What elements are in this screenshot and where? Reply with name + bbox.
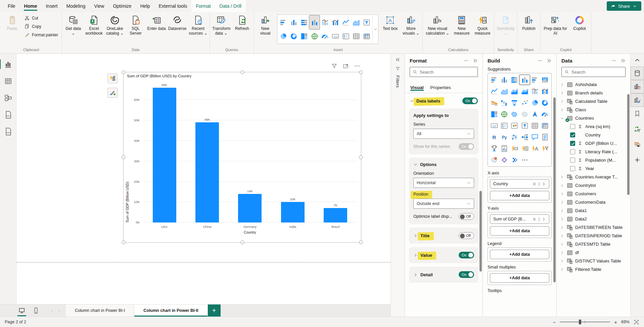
table-item-class[interactable]: Class	[557, 106, 630, 114]
gallery-table-icon[interactable]	[351, 29, 361, 43]
visual-type-treemap[interactable]	[489, 109, 499, 119]
bar-usa[interactable]: 66KUSA	[153, 88, 176, 222]
field-checkbox[interactable]	[570, 141, 575, 146]
more-options-icon[interactable]	[464, 58, 469, 63]
menu-item-optimize[interactable]: Optimize	[108, 0, 136, 12]
menu-item-home[interactable]: Home	[20, 0, 42, 12]
visual-type-multi-row-card[interactable]	[499, 121, 509, 130]
table-item-countrylist[interactable]: Countrylist	[557, 181, 630, 190]
ribbon-button-sql-server[interactable]: SQL Server	[125, 14, 146, 37]
ribbon-button-more-visuals[interactable]: More visuals ⌄	[401, 14, 421, 37]
ribbon-button-publish[interactable]: Publish	[518, 14, 539, 33]
zoom-in-button[interactable]: +	[614, 319, 617, 325]
menu-item-modeling[interactable]: Modeling	[62, 0, 90, 12]
visual-type-metrics[interactable]	[489, 144, 499, 153]
table-item-countries-average-t-[interactable]: Countries Average T...	[557, 173, 630, 181]
visual-type-area-chart[interactable]	[499, 86, 509, 96]
next-page-arrow[interactable]	[57, 309, 61, 313]
table-item-datesinperiod-table[interactable]: DATESINPERIOD Table	[557, 232, 630, 240]
table-item-datesbetween-table[interactable]: DATESBETWEEN Table	[557, 223, 630, 232]
visual-type-gauge[interactable]	[540, 109, 550, 119]
visual-type-stacked-area-chart[interactable]	[509, 86, 519, 96]
section-title[interactable]: TitleOff	[409, 228, 478, 244]
bar-china[interactable]: 49KChina	[195, 122, 219, 222]
collapse-pane-icon[interactable]	[620, 58, 626, 63]
chevron-right-icon[interactable]	[560, 268, 564, 272]
section-value[interactable]: ValueOn	[409, 247, 478, 263]
chevron-right-icon[interactable]	[560, 242, 564, 246]
page-tab-column-chart-in-power-bi-i[interactable]: Column chart in Power BI-I	[66, 304, 134, 317]
zoom-out-button[interactable]: −	[553, 319, 556, 325]
chevron-right-icon[interactable]	[560, 83, 564, 87]
section-detail[interactable]: DetailOn	[409, 267, 478, 283]
ribbon-button-new-visual[interactable]: New visual	[255, 14, 276, 37]
table-item-branch-details[interactable]: Branch details	[557, 89, 630, 97]
visual-type-key-influencers[interactable]	[509, 132, 519, 142]
visual-type-funnel-chart[interactable]	[509, 98, 519, 108]
field-pill[interactable]: Country|	[490, 179, 549, 189]
gallery-card-icon[interactable]: 123	[330, 29, 340, 43]
gallery-map-icon[interactable]	[309, 29, 320, 43]
visual-type-map[interactable]	[499, 109, 509, 119]
build-pane-scrollbar[interactable]	[553, 97, 556, 282]
visual-type-power-apps-123[interactable]: 123	[509, 144, 519, 153]
field-checkbox[interactable]	[570, 132, 575, 137]
gallery-area-chart-icon[interactable]	[351, 15, 361, 29]
visual-type-card[interactable]: 123	[489, 121, 499, 130]
visual-type-kpi[interactable]	[509, 121, 519, 130]
gallery-stacked-column-chart-icon[interactable]	[288, 15, 299, 29]
bookmarks-icon[interactable]	[631, 107, 644, 120]
sync-slicers-icon[interactable]	[631, 122, 644, 136]
ribbon-button-dataverse[interactable]: Dataverse	[167, 14, 188, 33]
menu-item-external-tools[interactable]: External tools	[154, 0, 191, 12]
visual-type-waterfall-chart[interactable]	[499, 98, 509, 108]
visual-type-python-visual[interactable]: Py	[499, 132, 509, 142]
chevron-right-icon[interactable]	[560, 108, 564, 112]
table-item-datesmtd-table[interactable]: DATESMTD Table	[557, 240, 630, 248]
gallery-pie-chart-icon[interactable]	[278, 29, 288, 43]
focus-mode-icon[interactable]	[342, 63, 349, 69]
prev-page-arrow[interactable]	[50, 309, 54, 313]
visual-type-table[interactable]	[530, 121, 540, 130]
chevron-right-icon[interactable]	[560, 226, 564, 230]
field-options-icon[interactable]	[542, 217, 546, 221]
gallery-more-button[interactable]	[372, 15, 378, 44]
visual-type-ribbon-chart[interactable]	[489, 98, 499, 108]
visual-type-line-chart[interactable]	[489, 86, 499, 96]
ribbon-button-quick-measure[interactable]: Quick measure	[472, 14, 493, 37]
format-tab-properties[interactable]: Properties	[430, 82, 451, 93]
tmdl-view-button[interactable]: TMDL	[3, 126, 13, 136]
table-item-distinct-values-table[interactable]: DISTINCT Values Table	[557, 257, 630, 265]
collapse-pane-icon[interactable]	[547, 58, 552, 63]
menu-item-insert[interactable]: Insert	[41, 0, 62, 12]
field-item-area-sq-km-[interactable]: ΣArea (sq km)	[557, 122, 630, 131]
ribbon-button-copilot[interactable]: Copilot	[569, 14, 590, 33]
analyze-button[interactable]	[107, 73, 118, 83]
gallery-stacked-bar-chart-icon[interactable]	[278, 15, 288, 29]
add-data-button[interactable]: +Add data	[490, 191, 549, 200]
table-item-customers[interactable]: Customers	[557, 190, 630, 198]
data-pane-scrollbar[interactable]	[627, 94, 630, 195]
chevron-right-icon[interactable]	[560, 175, 564, 179]
toggle[interactable]: On	[462, 97, 478, 104]
field-checkbox[interactable]	[570, 149, 575, 154]
visual-type-q-and-a[interactable]	[530, 132, 540, 142]
visual-type-donut-chart[interactable]	[540, 98, 550, 108]
format-pane-icon[interactable]	[631, 93, 644, 107]
ribbon-button-text-box[interactable]: AText box	[380, 14, 401, 33]
add-data-button[interactable]: +Add data	[490, 273, 549, 283]
bar-brazil[interactable]: 7KBrazil	[324, 208, 347, 222]
ribbon-button-onelake-catalog[interactable]: OneLake catalog ⌄	[104, 14, 125, 37]
visual-type-line-clustered-column-combo[interactable]	[540, 86, 550, 96]
visual-type-shape-map[interactable]	[519, 109, 530, 119]
data-search-box[interactable]	[561, 67, 626, 77]
visual-type-azure-map[interactable]	[530, 109, 540, 119]
field-well[interactable]: +Add data	[488, 271, 552, 285]
page-tab-column-chart-in-power-bi-ii[interactable]: Column chart in Power BI-II	[134, 304, 208, 317]
visual-type-clustered-column-chart[interactable]	[519, 75, 530, 85]
selection-handle[interactable]	[122, 156, 126, 159]
format-search-input[interactable]	[420, 70, 475, 75]
chevron-right-icon[interactable]	[560, 91, 564, 95]
position-dropdown[interactable]: Outside end	[413, 199, 474, 209]
bar-germany[interactable]: 14KGermany	[238, 194, 262, 222]
